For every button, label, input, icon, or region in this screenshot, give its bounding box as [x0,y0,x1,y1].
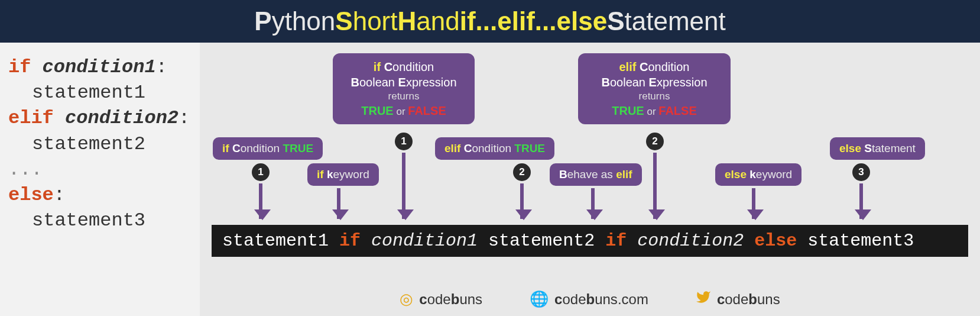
code-line-3: elif condition2: [8,105,194,131]
arrow-behave [591,188,595,219]
arrow-3 [859,183,863,219]
main-content: if condition1: statement1 elif condition… [0,43,980,316]
callout-else-keyword: else keyword [715,163,801,186]
code-line-5: ... [8,157,194,182]
callout-behave-elif: Behave as elif [550,163,642,186]
twitter-link[interactable]: codebuns [696,289,780,309]
badge-2: 2 [513,163,531,181]
code-panel: if condition1: statement1 elif condition… [0,43,200,316]
arrow-2 [520,183,524,219]
arrow-big-2 [653,153,657,219]
code-line-6: else: [8,182,194,208]
callout-elif-condition: elif Condition Boolean Expression return… [578,53,731,124]
arrow-big-1 [402,153,405,219]
instagram-link[interactable]: ◎ codebuns [400,290,482,308]
twitter-icon [696,289,711,309]
code-line-4: statement2 [8,131,194,157]
code-line-1: if condition1: [8,54,194,80]
callout-else-statement: else Statement [830,137,925,160]
arrow-else-kw [752,188,755,219]
shorthand-code-strip: statement1 if condition1 statement2 if c… [212,225,968,257]
footer-credits: ◎ codebuns 🌐 codebuns.com codebuns [200,289,980,309]
diagram-area: if Condition Boolean Expression returns … [200,43,980,316]
code-line-2: statement1 [8,80,194,105]
globe-icon: 🌐 [530,290,549,308]
page-title: Python ShortHand if...elif...else Statem… [0,0,980,43]
badge-big-1: 1 [395,133,413,150]
code-line-7: statement3 [8,208,194,233]
arrow-1 [259,183,262,219]
arrow-if-kw [337,188,340,219]
website-link[interactable]: 🌐 codebuns.com [530,290,648,308]
badge-1: 1 [252,163,270,181]
instagram-icon: ◎ [400,290,413,308]
badge-3: 3 [852,163,870,181]
callout-elif-true: elif Condition TRUE [435,137,554,160]
callout-if-true: if Condition TRUE [213,137,323,160]
badge-big-2: 2 [646,133,664,150]
callout-if-condition: if Condition Boolean Expression returns … [333,53,475,124]
callout-if-keyword: if keyword [307,163,379,186]
